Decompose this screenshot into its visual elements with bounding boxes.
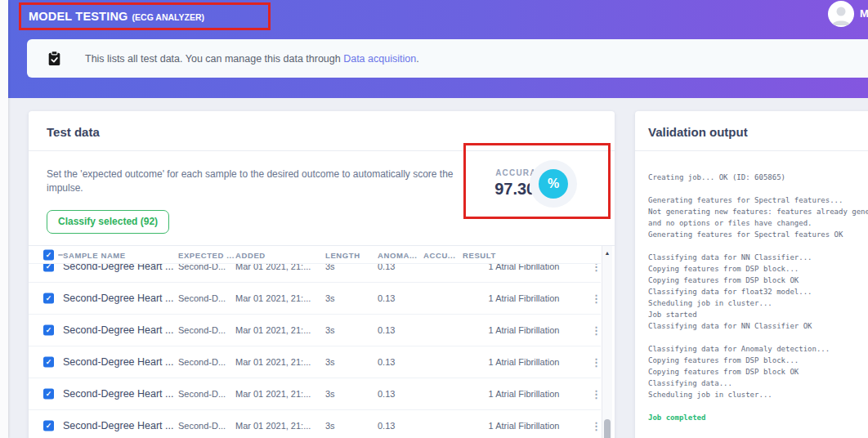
console-line: Job started: [648, 309, 868, 320]
cell-sample: Second-Degree Heart ...: [63, 264, 176, 272]
cell-added: Mar 01 2021, 21:...: [235, 264, 322, 271]
validation-card-title: Validation output: [635, 111, 868, 151]
console-line: Job completed: [648, 412, 868, 423]
cell-sample: Second-Degree Heart ...: [63, 324, 176, 336]
cell-anomaly: 0.13: [378, 357, 420, 367]
table-row[interactable]: ✓Second-Degree Heart ...Second-D...Mar 0…: [29, 283, 601, 315]
cell-anomaly: 0.13: [378, 389, 420, 399]
cell-length: 3s: [325, 357, 374, 367]
table-row[interactable]: ✓Second-Degree Heart ...Second-D...Mar 0…: [29, 378, 601, 410]
validation-console: Creating job... OK (ID: 605865) Generati…: [635, 151, 868, 423]
cell-length: 3s: [325, 389, 374, 399]
table-header-row: ✓ SAMPLE NAMEEXPECTED ...ADDEDLENGTHANOM…: [29, 246, 601, 264]
console-line: Generating features for Spectral feature…: [648, 229, 868, 240]
console-line: Copying features from DSP block OK: [648, 275, 868, 286]
cell-length: 3s: [325, 421, 374, 431]
cell-expected: Second-D...: [178, 325, 232, 335]
cell-anomaly: 0.13: [378, 325, 420, 335]
vertical-dots-icon[interactable]: ⋮: [588, 325, 601, 336]
console-line: Classifying data...: [648, 378, 868, 389]
console-line: Generating features for Spectral feature…: [648, 194, 868, 206]
console-line: Scheduling job in cluster...: [648, 297, 868, 309]
cell-sample: Second-Degree Heart ...: [63, 356, 176, 368]
row-checkbox[interactable]: ✓: [43, 264, 54, 272]
column-header-anomaly[interactable]: ANOMA...: [378, 250, 420, 259]
model-testing-page: MODEL TESTING(ECG ANALYZER) M This lists…: [0, 0, 868, 438]
vertical-dots-icon[interactable]: ⋮: [588, 421, 601, 431]
console-line: Classifying data for float32 model...: [648, 286, 868, 297]
table-row[interactable]: ✓Second-Degree Heart ...Second-D...Mar 0…: [29, 410, 601, 438]
table-row[interactable]: ✓Second-Degree Heart ...Second-D...Mar 0…: [29, 315, 601, 346]
page-title-main: MODEL TESTING: [29, 10, 128, 23]
console-line: Copying features from DSP block...: [648, 263, 868, 275]
clipboard-check-icon: [47, 51, 62, 66]
validation-output-card: Validation output Creating job... OK (ID…: [635, 111, 868, 438]
banner-text-before: This lists all test data. You can manage…: [85, 53, 343, 65]
cell-anomaly: 0.13: [378, 264, 420, 271]
table-row[interactable]: ✓Second-Degree Heart ...Second-D...Mar 0…: [29, 264, 601, 283]
select-all-checkbox[interactable]: ✓: [43, 249, 54, 260]
cell-length: 3s: [325, 293, 374, 303]
classify-selected-button[interactable]: Classify selected (92): [47, 210, 169, 234]
cell-expected: Second-D...: [178, 421, 232, 431]
cell-added: Mar 01 2021, 21:...: [235, 389, 322, 399]
column-header-sample[interactable]: SAMPLE NAME: [63, 250, 176, 259]
console-line: [648, 240, 868, 252]
console-line: Classifying data for NN Classifier OK: [648, 320, 868, 332]
console-line: Classifying data for Anomaly detection..…: [648, 343, 868, 355]
vertical-dots-icon[interactable]: ⋮: [588, 357, 601, 368]
column-header-result[interactable]: RESULT: [463, 250, 585, 259]
console-line: Scheduling job in cluster...: [648, 389, 868, 400]
cell-result: 1 Atrial Fibrillation: [463, 293, 585, 303]
cell-anomaly: 0.13: [378, 421, 420, 431]
cell-result: 1 Atrial Fibrillation: [463, 421, 585, 431]
page-title: MODEL TESTING(ECG ANALYZER): [29, 9, 204, 24]
arrow-up-icon[interactable]: ▲: [602, 246, 612, 256]
data-acquisition-link[interactable]: Data acquisition: [343, 53, 416, 65]
row-checkbox[interactable]: ✓: [43, 357, 54, 368]
test-data-card: Test data Set the 'expected outcome' for…: [29, 111, 615, 438]
user-avatar[interactable]: [828, 1, 854, 27]
console-line: Copying features from DSP block OK: [648, 366, 868, 378]
vertical-dots-icon[interactable]: ⋮: [588, 293, 601, 304]
table-scrollbar[interactable]: ▲: [602, 246, 612, 438]
banner-text-after: .: [416, 53, 418, 65]
row-checkbox[interactable]: ✓: [43, 293, 54, 304]
sidebar-edge: [0, 0, 8, 438]
column-header-added[interactable]: ADDED: [235, 250, 322, 259]
vertical-dots-icon[interactable]: ⋮: [588, 264, 601, 272]
cell-added: Mar 01 2021, 21:...: [235, 293, 322, 303]
banner-text: This lists all test data. You can manage…: [85, 53, 419, 65]
test-data-table: ✓ SAMPLE NAMEEXPECTED ...ADDEDLENGTHANOM…: [29, 245, 615, 438]
table-row[interactable]: ✓Second-Degree Heart ...Second-D...Mar 0…: [29, 346, 601, 378]
console-line: Copying features from DSP block...: [648, 355, 868, 366]
page-title-sub: (ECG ANALYZER): [132, 12, 204, 22]
cell-expected: Second-D...: [178, 389, 232, 399]
cell-added: Mar 01 2021, 21:...: [235, 421, 322, 431]
scrollbar-thumb[interactable]: [604, 419, 611, 438]
percent-icon: %: [539, 169, 568, 199]
cell-result: 1 Atrial Fibrillation: [463, 325, 585, 335]
column-header-expected[interactable]: EXPECTED ...: [178, 250, 232, 259]
person-icon: [831, 4, 851, 25]
info-banner: This lists all test data. You can manage…: [27, 39, 868, 78]
row-checkbox[interactable]: ✓: [43, 389, 54, 400]
cell-sample: Second-Degree Heart ...: [63, 388, 176, 400]
vertical-dots-icon[interactable]: ⋮: [588, 389, 601, 400]
cell-added: Mar 01 2021, 21:...: [235, 357, 322, 367]
table-body: ✓Second-Degree Heart ...Second-D...Mar 0…: [29, 264, 601, 438]
console-line: Not generating new features: features al…: [648, 206, 868, 217]
cell-result: 1 Atrial Fibrillation: [463, 357, 585, 367]
row-checkbox[interactable]: ✓: [43, 421, 54, 431]
column-header-length[interactable]: LENGTH: [325, 250, 374, 259]
cell-anomaly: 0.13: [378, 293, 420, 303]
cell-length: 3s: [325, 325, 374, 335]
user-name-label: M: [860, 7, 868, 20]
console-line: Classifying data for NN Classifier...: [648, 252, 868, 263]
cell-sample: Second-Degree Heart ...: [63, 293, 176, 304]
row-checkbox[interactable]: ✓: [43, 325, 54, 336]
column-header-accuracy[interactable]: ACCU...: [423, 250, 459, 259]
cell-expected: Second-D...: [178, 264, 232, 271]
console-line: [648, 332, 868, 343]
cell-result: 1 Atrial Fibrillation: [463, 389, 585, 399]
